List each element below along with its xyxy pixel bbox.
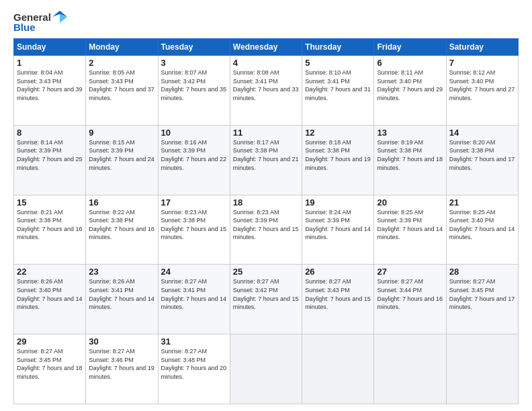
calendar-cell: 24 Sunrise: 8:27 AM Sunset: 3:41 PM Dayl… xyxy=(158,265,230,334)
day-number: 14 xyxy=(449,128,515,138)
calendar-cell xyxy=(302,334,374,404)
calendar-cell: 20 Sunrise: 8:25 AM Sunset: 3:39 PM Dayl… xyxy=(374,195,446,265)
day-number: 16 xyxy=(89,197,154,208)
calendar-cell: 3 Sunrise: 8:07 AM Sunset: 3:42 PM Dayli… xyxy=(158,56,230,126)
day-number: 26 xyxy=(305,267,371,277)
calendar-cell: 5 Sunrise: 8:10 AM Sunset: 3:41 PM Dayli… xyxy=(302,56,374,126)
calendar-table: SundayMondayTuesdayWednesdayThursdayFrid… xyxy=(13,38,519,404)
logo-general: General xyxy=(13,11,51,23)
day-number: 20 xyxy=(377,197,443,208)
cell-info: Sunrise: 8:27 AM Sunset: 3:41 PM Dayligh… xyxy=(161,277,227,311)
calendar-cell: 25 Sunrise: 8:27 AM Sunset: 3:42 PM Dayl… xyxy=(230,265,302,334)
calendar-body: 1 Sunrise: 8:04 AM Sunset: 3:43 PM Dayli… xyxy=(14,56,519,404)
calendar-cell: 28 Sunrise: 8:27 AM Sunset: 3:45 PM Dayl… xyxy=(446,265,518,334)
cell-info: Sunrise: 8:16 AM Sunset: 3:39 PM Dayligh… xyxy=(161,138,227,172)
calendar-cell: 26 Sunrise: 8:27 AM Sunset: 3:43 PM Dayl… xyxy=(302,265,374,334)
cell-info: Sunrise: 8:27 AM Sunset: 3:44 PM Dayligh… xyxy=(377,277,443,311)
day-number: 25 xyxy=(233,267,299,277)
calendar-cell: 11 Sunrise: 8:17 AM Sunset: 3:38 PM Dayl… xyxy=(230,125,302,195)
logo: General Blue xyxy=(13,11,67,33)
cell-info: Sunrise: 8:27 AM Sunset: 3:45 PM Dayligh… xyxy=(17,347,83,381)
logo-blue: Blue xyxy=(13,21,36,33)
cell-info: Sunrise: 8:10 AM Sunset: 3:41 PM Dayligh… xyxy=(305,68,371,102)
cell-info: Sunrise: 8:26 AM Sunset: 3:41 PM Dayligh… xyxy=(89,277,154,311)
day-number: 10 xyxy=(161,128,227,138)
cell-info: Sunrise: 8:15 AM Sunset: 3:39 PM Dayligh… xyxy=(89,138,154,172)
calendar-cell: 4 Sunrise: 8:08 AM Sunset: 3:41 PM Dayli… xyxy=(230,56,302,126)
calendar-cell: 9 Sunrise: 8:15 AM Sunset: 3:39 PM Dayli… xyxy=(86,125,158,195)
calendar-cell: 1 Sunrise: 8:04 AM Sunset: 3:43 PM Dayli… xyxy=(14,56,86,126)
day-number: 12 xyxy=(305,128,371,138)
cell-info: Sunrise: 8:23 AM Sunset: 3:39 PM Dayligh… xyxy=(233,208,299,242)
cell-info: Sunrise: 8:18 AM Sunset: 3:38 PM Dayligh… xyxy=(305,138,371,172)
day-number: 28 xyxy=(449,267,515,277)
day-number: 17 xyxy=(161,197,227,208)
cell-info: Sunrise: 8:23 AM Sunset: 3:38 PM Dayligh… xyxy=(161,208,227,242)
calendar-cell: 31 Sunrise: 8:27 AM Sunset: 3:48 PM Dayl… xyxy=(158,334,230,404)
calendar-cell xyxy=(374,334,446,404)
calendar-cell: 14 Sunrise: 8:20 AM Sunset: 3:38 PM Dayl… xyxy=(446,125,518,195)
cell-info: Sunrise: 8:24 AM Sunset: 3:39 PM Dayligh… xyxy=(305,208,371,242)
day-number: 6 xyxy=(377,58,443,68)
day-number: 27 xyxy=(377,267,443,277)
calendar-cell: 21 Sunrise: 8:25 AM Sunset: 3:40 PM Dayl… xyxy=(446,195,518,265)
cell-info: Sunrise: 8:26 AM Sunset: 3:40 PM Dayligh… xyxy=(17,277,83,311)
calendar-cell: 7 Sunrise: 8:12 AM Sunset: 3:40 PM Dayli… xyxy=(446,56,518,126)
week-row-1: 1 Sunrise: 8:04 AM Sunset: 3:43 PM Dayli… xyxy=(14,56,519,126)
cell-info: Sunrise: 8:14 AM Sunset: 3:39 PM Dayligh… xyxy=(17,138,83,172)
day-number: 9 xyxy=(89,128,154,138)
day-header-monday: Monday xyxy=(86,39,158,56)
calendar-cell: 29 Sunrise: 8:27 AM Sunset: 3:45 PM Dayl… xyxy=(14,334,86,404)
cell-info: Sunrise: 8:27 AM Sunset: 3:45 PM Dayligh… xyxy=(449,277,515,311)
calendar-cell: 22 Sunrise: 8:26 AM Sunset: 3:40 PM Dayl… xyxy=(14,265,86,334)
day-number: 3 xyxy=(161,58,227,68)
cell-info: Sunrise: 8:21 AM Sunset: 3:38 PM Dayligh… xyxy=(17,208,83,242)
header: General Blue xyxy=(13,11,519,33)
day-number: 15 xyxy=(17,197,83,208)
day-number: 13 xyxy=(377,128,443,138)
day-number: 4 xyxy=(233,58,299,68)
cell-info: Sunrise: 8:27 AM Sunset: 3:46 PM Dayligh… xyxy=(89,347,154,381)
calendar-cell: 17 Sunrise: 8:23 AM Sunset: 3:38 PM Dayl… xyxy=(158,195,230,265)
day-header-sunday: Sunday xyxy=(14,39,86,56)
calendar-cell: 18 Sunrise: 8:23 AM Sunset: 3:39 PM Dayl… xyxy=(230,195,302,265)
cell-info: Sunrise: 8:19 AM Sunset: 3:38 PM Dayligh… xyxy=(377,138,443,172)
day-number: 18 xyxy=(233,197,299,208)
calendar-header-row: SundayMondayTuesdayWednesdayThursdayFrid… xyxy=(14,39,519,56)
calendar-cell xyxy=(230,334,302,404)
calendar-cell: 2 Sunrise: 8:05 AM Sunset: 3:43 PM Dayli… xyxy=(86,56,158,126)
calendar-cell: 30 Sunrise: 8:27 AM Sunset: 3:46 PM Dayl… xyxy=(86,334,158,404)
cell-info: Sunrise: 8:05 AM Sunset: 3:43 PM Dayligh… xyxy=(89,68,154,102)
day-number: 31 xyxy=(161,336,227,347)
day-number: 23 xyxy=(89,267,154,277)
day-number: 19 xyxy=(305,197,371,208)
cell-info: Sunrise: 8:20 AM Sunset: 3:38 PM Dayligh… xyxy=(449,138,515,172)
cell-info: Sunrise: 8:12 AM Sunset: 3:40 PM Dayligh… xyxy=(449,68,515,102)
cell-info: Sunrise: 8:27 AM Sunset: 3:48 PM Dayligh… xyxy=(161,347,227,381)
calendar-cell xyxy=(446,334,518,404)
page: General Blue SundayMondayTuesdayWednesda… xyxy=(0,0,532,411)
cell-info: Sunrise: 8:07 AM Sunset: 3:42 PM Dayligh… xyxy=(161,68,227,102)
cell-info: Sunrise: 8:08 AM Sunset: 3:41 PM Dayligh… xyxy=(233,68,299,102)
day-header-saturday: Saturday xyxy=(446,39,518,56)
calendar-cell: 13 Sunrise: 8:19 AM Sunset: 3:38 PM Dayl… xyxy=(374,125,446,195)
week-row-3: 15 Sunrise: 8:21 AM Sunset: 3:38 PM Dayl… xyxy=(14,195,519,265)
cell-info: Sunrise: 8:22 AM Sunset: 3:38 PM Dayligh… xyxy=(89,208,154,242)
calendar-cell: 12 Sunrise: 8:18 AM Sunset: 3:38 PM Dayl… xyxy=(302,125,374,195)
calendar-cell: 6 Sunrise: 8:11 AM Sunset: 3:40 PM Dayli… xyxy=(374,56,446,126)
day-header-tuesday: Tuesday xyxy=(158,39,230,56)
calendar-cell: 19 Sunrise: 8:24 AM Sunset: 3:39 PM Dayl… xyxy=(302,195,374,265)
week-row-5: 29 Sunrise: 8:27 AM Sunset: 3:45 PM Dayl… xyxy=(14,334,519,404)
cell-info: Sunrise: 8:27 AM Sunset: 3:42 PM Dayligh… xyxy=(233,277,299,311)
cell-info: Sunrise: 8:25 AM Sunset: 3:40 PM Dayligh… xyxy=(449,208,515,242)
calendar-cell: 15 Sunrise: 8:21 AM Sunset: 3:38 PM Dayl… xyxy=(14,195,86,265)
cell-info: Sunrise: 8:25 AM Sunset: 3:39 PM Dayligh… xyxy=(377,208,443,242)
day-number: 2 xyxy=(89,58,154,68)
calendar-cell: 27 Sunrise: 8:27 AM Sunset: 3:44 PM Dayl… xyxy=(374,265,446,334)
day-number: 7 xyxy=(449,58,515,68)
calendar-cell: 8 Sunrise: 8:14 AM Sunset: 3:39 PM Dayli… xyxy=(14,125,86,195)
day-number: 1 xyxy=(17,58,83,68)
cell-info: Sunrise: 8:04 AM Sunset: 3:43 PM Dayligh… xyxy=(17,68,83,102)
calendar-cell: 23 Sunrise: 8:26 AM Sunset: 3:41 PM Dayl… xyxy=(86,265,158,334)
day-header-wednesday: Wednesday xyxy=(230,39,302,56)
